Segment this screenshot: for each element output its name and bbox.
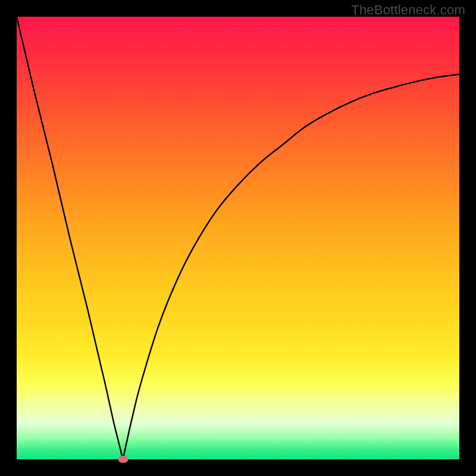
watermark-text: TheBottleneck.com xyxy=(351,2,465,18)
minimum-marker xyxy=(118,456,128,463)
curve-path xyxy=(17,17,459,459)
plot-area xyxy=(17,17,459,459)
chart-frame: TheBottleneck.com xyxy=(0,0,476,476)
bottleneck-curve xyxy=(17,17,459,459)
